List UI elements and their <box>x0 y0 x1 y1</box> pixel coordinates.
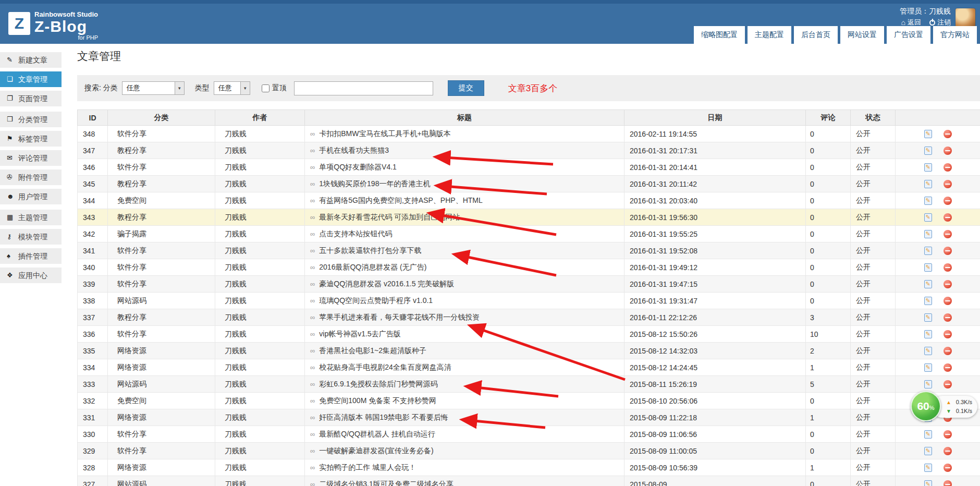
cell-status: 公开 <box>851 426 896 443</box>
delete-icon[interactable] <box>944 263 952 272</box>
cell-id: 336 <box>78 326 108 343</box>
delete-icon[interactable] <box>944 297 952 305</box>
sidebar-item-plugin-management[interactable]: ♠插件管理 <box>0 248 62 264</box>
edit-icon[interactable]: ✎ <box>924 464 932 472</box>
delete-icon[interactable] <box>944 163 952 172</box>
article-title-link[interactable]: 校花贴身高手电视剧24全集百度网盘高清 <box>319 363 451 371</box>
submit-button[interactable]: 提交 <box>448 80 484 96</box>
edit-icon[interactable]: ✎ <box>924 480 932 486</box>
article-title-link[interactable]: 卡扣扣BMW宝马在线工具手机+电脑版本 <box>319 129 450 138</box>
article-title-link[interactable]: 2016最新QQ消息群发器 (无广告) <box>319 263 426 271</box>
article-title-link[interactable]: 一键破解豪迪群发器(宣传业务必备) <box>319 446 433 455</box>
article-title-link[interactable]: 琉璃QQ空间云点赞助手程序 v1.0.1 <box>319 296 433 305</box>
delete-icon[interactable] <box>944 313 952 322</box>
progress-badge[interactable]: 60 % <box>911 391 941 421</box>
article-title-link[interactable]: 1块钱购买原价198一年的香港主机 <box>319 179 430 188</box>
cell-actions: ✎ <box>896 242 980 259</box>
cell-id: 331 <box>78 409 108 426</box>
edit-icon[interactable]: ✎ <box>924 347 932 355</box>
edit-icon[interactable]: ✎ <box>924 230 932 238</box>
sidebar-item-attachment-management[interactable]: ✇附件管理 <box>0 169 62 185</box>
edit-icon[interactable]: ✎ <box>924 280 932 288</box>
delete-icon[interactable] <box>944 247 952 255</box>
edit-icon[interactable]: ✎ <box>924 297 932 305</box>
delete-icon[interactable] <box>944 280 952 288</box>
table-row: 347教程分享刀贱贱∞手机在线看功夫熊猫32016-01-31 20:17:31… <box>78 142 980 159</box>
delete-icon[interactable] <box>944 180 952 188</box>
delete-icon[interactable] <box>944 197 952 205</box>
column-header: 分类 <box>108 110 215 126</box>
delete-icon[interactable] <box>944 330 952 338</box>
category-select[interactable]: 任意 ▼ <box>122 81 185 95</box>
tab-site-settings[interactable]: 网站设置 <box>840 26 884 44</box>
tab-thumbnail-config[interactable]: 缩略图配置 <box>694 26 745 44</box>
sidebar-item-app-center[interactable]: ❖应用中心 <box>0 268 62 283</box>
edit-icon[interactable]: ✎ <box>924 130 932 138</box>
edit-icon[interactable]: ✎ <box>924 263 932 272</box>
type-select[interactable]: 任意 ▼ <box>214 81 250 95</box>
cell-title: ∞卡扣扣BMW宝马在线工具手机+电脑版本 <box>305 126 624 142</box>
delete-icon[interactable] <box>944 430 952 439</box>
article-title-link[interactable]: 香港黑社会电影1~2集超清版种子 <box>319 346 426 355</box>
edit-icon[interactable]: ✎ <box>924 147 932 155</box>
delete-icon[interactable] <box>944 480 952 486</box>
sidebar-item-page-management[interactable]: ❐页面管理 <box>0 91 62 106</box>
edit-icon[interactable]: ✎ <box>924 313 932 322</box>
table-row: 331网络资源刀贱贱∞奸臣高清版本 韩国19禁电影 不看要后悔2015-08-0… <box>78 409 980 426</box>
pinned-checkbox[interactable] <box>262 84 270 92</box>
article-title-link[interactable]: 二级域名分销3.1版可及免费二级域名分享 <box>319 480 453 486</box>
search-panel: 搜索: 分类 任意 ▼ 类型 任意 ▼ 置顶 提交 文章3百多个 <box>77 75 980 101</box>
delete-icon[interactable] <box>944 213 952 222</box>
sidebar-item-category-management[interactable]: ❒分类管理 <box>0 112 62 127</box>
delete-icon[interactable] <box>944 230 952 238</box>
delete-icon[interactable] <box>944 380 952 388</box>
edit-icon[interactable]: ✎ <box>924 430 932 439</box>
article-title-link[interactable]: 最新酷Q/QQ群机器人 挂机自动运行 <box>319 430 435 438</box>
article-title-link[interactable]: 单项QQ好友删除器V4.1 <box>319 163 397 171</box>
edit-icon[interactable]: ✎ <box>924 380 932 388</box>
article-title-link[interactable]: 有益网络5G国内免费空间,支持ASP、PHP、HTML <box>319 196 482 204</box>
article-title-link[interactable]: 豪迪QQ消息群发器 v2016.1.5 完美破解版 <box>319 280 454 288</box>
article-title-link[interactable]: 苹果手机进来看看，每天赚零花钱不用一分钱投资 <box>319 313 480 321</box>
edit-icon[interactable]: ✎ <box>924 213 932 222</box>
delete-icon[interactable] <box>944 130 952 138</box>
article-title-link[interactable]: 手机在线看功夫熊猫3 <box>319 146 389 154</box>
sidebar-item-article-management[interactable]: ❏文章管理 <box>0 71 62 87</box>
article-title-link[interactable]: 点击支持本站按钮代码 <box>319 229 392 238</box>
edit-icon[interactable]: ✎ <box>924 247 932 255</box>
app-header: Z Rainbowsoft Studio Z-Blog for PHP 管理员：… <box>0 0 980 44</box>
edit-icon[interactable]: ✎ <box>924 330 932 338</box>
chevron-down-icon: ▼ <box>175 82 184 94</box>
search-input[interactable] <box>294 81 433 95</box>
edit-icon[interactable]: ✎ <box>924 447 932 455</box>
article-title-link[interactable]: 免费空间100M 免备案 不支持秒赞网 <box>319 396 436 405</box>
sidebar-item-module-management[interactable]: ⚷模块管理 <box>0 229 62 245</box>
edit-icon[interactable]: ✎ <box>924 163 932 172</box>
sidebar-item-new-article[interactable]: ✎新建文章 <box>0 52 62 68</box>
edit-icon[interactable]: ✎ <box>924 180 932 188</box>
delete-icon[interactable] <box>944 447 952 455</box>
sidebar-item-user-management[interactable]: ☻用户管理 <box>0 189 62 204</box>
delete-icon[interactable] <box>944 363 952 372</box>
tab-ad-settings[interactable]: 广告设置 <box>887 26 930 44</box>
delete-icon[interactable] <box>944 464 952 472</box>
edit-icon[interactable]: ✎ <box>924 363 932 372</box>
sidebar-item-comment-management[interactable]: ✉评论管理 <box>0 150 62 166</box>
article-title-link[interactable]: 彩虹6.9.1免授权去除后门秒赞网源码 <box>319 380 437 388</box>
article-title-link[interactable]: 奸臣高清版本 韩国19禁电影 不看要后悔 <box>319 413 448 421</box>
tab-theme-config[interactable]: 主题配置 <box>748 26 791 44</box>
article-title-link[interactable]: 五十多款装逼软件打包分享下载 <box>319 246 421 254</box>
speed-widget[interactable]: ▲ 0.3K/s ▼ 0.1K/s 60 % <box>911 391 978 423</box>
avatar[interactable] <box>955 8 976 29</box>
article-title-link[interactable]: 实拍鸭子的工作 城里人会玩！ <box>319 463 416 471</box>
tab-admin-home[interactable]: 后台首页 <box>794 26 838 44</box>
article-title-link[interactable]: 最新冬天好看雪花代码 可添加到自己的网站 <box>319 213 460 221</box>
edit-icon[interactable]: ✎ <box>924 197 932 205</box>
article-title-link[interactable]: vip帐号神器v1.5去广告版 <box>319 330 400 338</box>
sidebar-item-theme-management[interactable]: ▦主题管理 <box>0 210 62 225</box>
table-row: 340软件分享刀贱贱∞2016最新QQ消息群发器 (无广告)2016-01-31… <box>78 259 980 276</box>
tab-official-site[interactable]: 官方网站 <box>933 26 977 44</box>
sidebar-item-tag-management[interactable]: ⚑标签管理 <box>0 131 62 147</box>
delete-icon[interactable] <box>944 347 952 355</box>
delete-icon[interactable] <box>944 147 952 155</box>
